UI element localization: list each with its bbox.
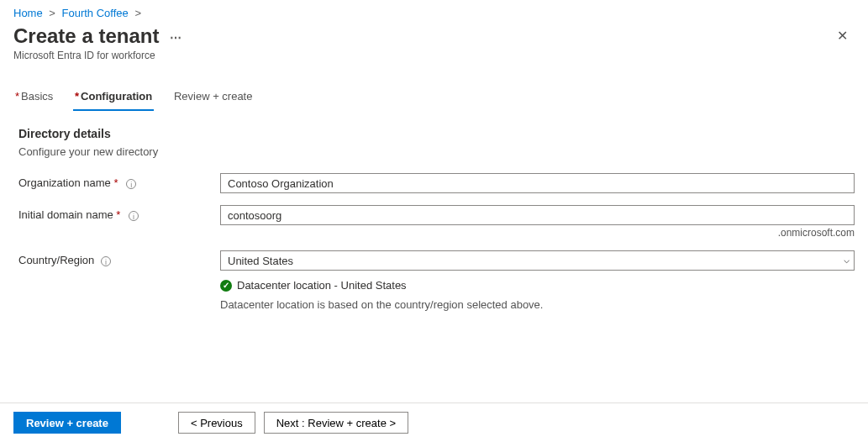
label-country-region: Country/Region i [18, 250, 220, 266]
next-button[interactable]: Next : Review + create > [264, 412, 408, 434]
section-subtitle: Configure your new directory [18, 145, 855, 158]
datacenter-note: Datacenter location is based on the coun… [220, 298, 855, 311]
page-title: Create a tenant ⋯ [13, 24, 830, 48]
breadcrumb-home[interactable]: Home [13, 7, 43, 19]
tab-basics-label: Basics [21, 90, 53, 103]
row-org-name: Organization name * i [18, 173, 855, 193]
content: Directory details Configure your new dir… [0, 112, 868, 311]
tabs: *Basics *Configuration Review + create [13, 85, 855, 112]
datacenter-location: ✓ Datacenter location - United States [220, 279, 855, 292]
page-header: Create a tenant ⋯ Microsoft Entra ID for… [0, 23, 868, 61]
previous-button[interactable]: < Previous [178, 412, 255, 434]
label-org-name: Organization name * i [18, 173, 220, 189]
tab-basics[interactable]: *Basics [13, 85, 55, 109]
page-subtitle: Microsoft Entra ID for workforce [13, 50, 830, 61]
country-region-select[interactable] [220, 250, 855, 271]
info-icon[interactable]: i [101, 256, 111, 266]
close-icon[interactable]: ✕ [830, 23, 855, 50]
label-domain-name-text: Initial domain name [18, 208, 113, 221]
breadcrumb-item[interactable]: Fourth Coffee [62, 7, 129, 19]
chevron-right-icon: > [49, 7, 55, 19]
page-title-text: Create a tenant [13, 24, 159, 47]
tab-review-create[interactable]: Review + create [172, 85, 255, 109]
info-icon[interactable]: i [126, 179, 136, 189]
tab-configuration[interactable]: *Configuration [73, 85, 154, 111]
chevron-right-icon: > [134, 7, 141, 19]
domain-name-input[interactable] [220, 205, 855, 225]
footer: Review + create < Previous Next : Review… [0, 403, 868, 442]
org-name-input[interactable] [220, 173, 855, 193]
label-org-name-text: Organization name [18, 176, 111, 189]
check-circle-icon: ✓ [220, 280, 232, 292]
more-icon[interactable]: ⋯ [170, 31, 181, 45]
domain-suffix: .onmicrosoft.com [220, 227, 855, 239]
info-icon[interactable]: i [129, 211, 139, 221]
row-domain-name: Initial domain name * i .onmicrosoft.com [18, 205, 855, 239]
label-country-region-text: Country/Region [18, 254, 94, 266]
row-country-region: Country/Region i ⌵ ✓ Datacenter location… [18, 250, 855, 311]
breadcrumb: Home > Fourth Coffee > [0, 0, 868, 23]
section-title: Directory details [18, 127, 855, 140]
label-domain-name: Initial domain name * i [18, 205, 220, 221]
datacenter-location-text: Datacenter location - United States [237, 279, 407, 292]
review-create-button[interactable]: Review + create [13, 412, 121, 434]
tab-configuration-label: Configuration [81, 90, 152, 103]
